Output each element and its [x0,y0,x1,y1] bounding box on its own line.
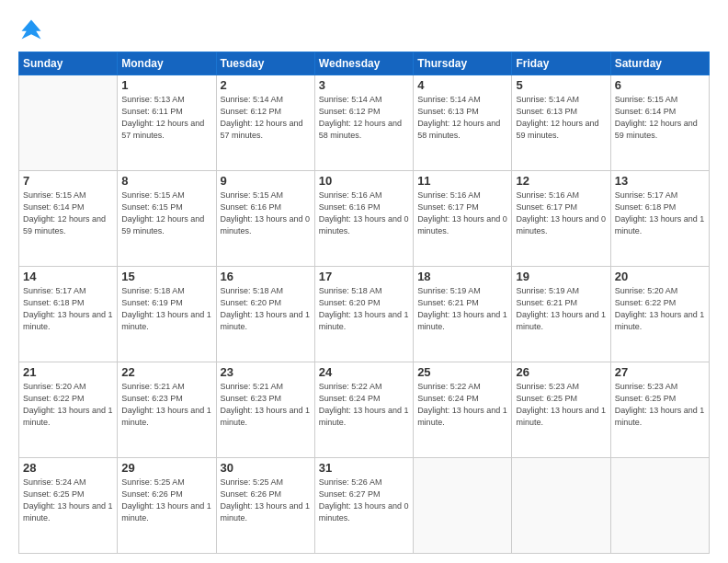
calendar-day-cell: 22Sunrise: 5:21 AMSunset: 6:23 PMDayligh… [118,362,216,458]
calendar-week-row: 14Sunrise: 5:17 AMSunset: 6:18 PMDayligh… [19,267,710,362]
day-number: 4 [417,78,507,92]
day-number: 10 [319,174,409,188]
page: SundayMondayTuesdayWednesdayThursdayFrid… [0,0,728,563]
day-info: Sunrise: 5:19 AMSunset: 6:21 PMDaylight:… [516,285,606,333]
day-number: 7 [23,174,113,188]
day-info: Sunrise: 5:20 AMSunset: 6:22 PMDaylight:… [615,285,705,333]
weekday-header: Wednesday [314,52,413,75]
calendar-day-cell: 29Sunrise: 5:25 AMSunset: 6:26 PMDayligh… [118,458,216,554]
calendar-day-cell [19,75,118,171]
day-info: Sunrise: 5:21 AMSunset: 6:23 PMDaylight:… [121,381,211,429]
calendar-day-cell: 4Sunrise: 5:14 AMSunset: 6:13 PMDaylight… [414,75,512,171]
calendar-day-cell: 14Sunrise: 5:17 AMSunset: 6:18 PMDayligh… [19,267,118,362]
calendar-day-cell: 21Sunrise: 5:20 AMSunset: 6:22 PMDayligh… [19,362,118,458]
day-info: Sunrise: 5:13 AMSunset: 6:11 PMDaylight:… [121,94,211,142]
day-number: 20 [615,270,705,283]
day-info: Sunrise: 5:15 AMSunset: 6:14 PMDaylight:… [23,190,113,237]
day-number: 14 [23,270,113,283]
weekday-header: Monday [118,52,216,75]
weekday-header: Thursday [414,52,512,75]
calendar-week-row: 1Sunrise: 5:13 AMSunset: 6:11 PMDaylight… [19,75,710,171]
svg-marker-0 [22,20,41,40]
day-info: Sunrise: 5:14 AMSunset: 6:13 PMDaylight:… [516,94,606,142]
day-number: 3 [319,78,409,92]
weekday-header: Friday [512,52,610,75]
weekday-header: Sunday [19,52,118,75]
day-number: 19 [516,270,606,283]
calendar-day-cell: 10Sunrise: 5:16 AMSunset: 6:16 PMDayligh… [314,171,413,267]
day-number: 1 [121,78,211,92]
calendar-day-cell: 16Sunrise: 5:18 AMSunset: 6:20 PMDayligh… [216,267,314,362]
calendar-day-cell: 6Sunrise: 5:15 AMSunset: 6:14 PMDaylight… [610,75,709,171]
calendar-day-cell: 30Sunrise: 5:25 AMSunset: 6:26 PMDayligh… [216,458,314,554]
day-info: Sunrise: 5:23 AMSunset: 6:25 PMDaylight:… [516,381,606,429]
calendar-day-cell: 15Sunrise: 5:18 AMSunset: 6:19 PMDayligh… [118,267,216,362]
day-number: 11 [417,174,507,188]
calendar-day-cell: 18Sunrise: 5:19 AMSunset: 6:21 PMDayligh… [414,267,512,362]
day-number: 9 [221,174,311,188]
day-info: Sunrise: 5:16 AMSunset: 6:16 PMDaylight:… [319,190,409,237]
calendar-day-cell [610,458,709,554]
day-info: Sunrise: 5:24 AMSunset: 6:25 PMDaylight:… [23,477,113,524]
day-info: Sunrise: 5:15 AMSunset: 6:15 PMDaylight:… [121,190,211,237]
day-info: Sunrise: 5:15 AMSunset: 6:14 PMDaylight:… [615,94,705,142]
day-info: Sunrise: 5:14 AMSunset: 6:12 PMDaylight:… [319,94,409,142]
day-info: Sunrise: 5:15 AMSunset: 6:16 PMDaylight:… [221,190,311,237]
calendar-day-cell: 8Sunrise: 5:15 AMSunset: 6:15 PMDaylight… [118,171,216,267]
day-number: 25 [417,365,507,379]
day-info: Sunrise: 5:20 AMSunset: 6:22 PMDaylight:… [23,381,113,429]
day-info: Sunrise: 5:18 AMSunset: 6:19 PMDaylight:… [121,285,211,333]
day-info: Sunrise: 5:22 AMSunset: 6:24 PMDaylight:… [319,381,409,429]
day-info: Sunrise: 5:14 AMSunset: 6:13 PMDaylight:… [417,94,507,142]
day-number: 30 [221,461,311,475]
header [18,17,710,42]
day-number: 6 [615,78,705,92]
calendar-day-cell: 13Sunrise: 5:17 AMSunset: 6:18 PMDayligh… [610,171,709,267]
day-info: Sunrise: 5:18 AMSunset: 6:20 PMDaylight:… [319,285,409,333]
day-number: 16 [221,270,311,283]
calendar-day-cell: 3Sunrise: 5:14 AMSunset: 6:12 PMDaylight… [314,75,413,171]
day-number: 28 [23,461,113,475]
calendar-day-cell: 26Sunrise: 5:23 AMSunset: 6:25 PMDayligh… [512,362,610,458]
day-number: 2 [221,78,311,92]
weekday-header: Saturday [610,52,709,75]
day-number: 17 [319,270,409,283]
day-number: 29 [121,461,211,475]
calendar-day-cell [414,458,512,554]
calendar-day-cell: 27Sunrise: 5:23 AMSunset: 6:25 PMDayligh… [610,362,709,458]
calendar-day-cell: 2Sunrise: 5:14 AMSunset: 6:12 PMDaylight… [216,75,314,171]
calendar-day-cell: 5Sunrise: 5:14 AMSunset: 6:13 PMDaylight… [512,75,610,171]
calendar-day-cell: 28Sunrise: 5:24 AMSunset: 6:25 PMDayligh… [19,458,118,554]
day-number: 27 [615,365,705,379]
calendar-week-row: 7Sunrise: 5:15 AMSunset: 6:14 PMDaylight… [19,171,710,267]
calendar-day-cell: 20Sunrise: 5:20 AMSunset: 6:22 PMDayligh… [610,267,709,362]
day-info: Sunrise: 5:23 AMSunset: 6:25 PMDaylight:… [615,381,705,429]
day-info: Sunrise: 5:25 AMSunset: 6:26 PMDaylight:… [121,477,211,524]
calendar-day-cell: 31Sunrise: 5:26 AMSunset: 6:27 PMDayligh… [314,458,413,554]
day-info: Sunrise: 5:26 AMSunset: 6:27 PMDaylight:… [319,477,409,524]
day-number: 5 [516,78,606,92]
day-info: Sunrise: 5:17 AMSunset: 6:18 PMDaylight:… [615,190,705,237]
day-info: Sunrise: 5:25 AMSunset: 6:26 PMDaylight:… [221,477,311,524]
day-number: 26 [516,365,606,379]
calendar-day-cell: 12Sunrise: 5:16 AMSunset: 6:17 PMDayligh… [512,171,610,267]
day-number: 13 [615,174,705,188]
logo-icon [18,17,44,42]
day-number: 21 [23,365,113,379]
day-number: 15 [121,270,211,283]
calendar-day-cell: 11Sunrise: 5:16 AMSunset: 6:17 PMDayligh… [414,171,512,267]
calendar-day-cell: 19Sunrise: 5:19 AMSunset: 6:21 PMDayligh… [512,267,610,362]
day-number: 22 [121,365,211,379]
day-number: 18 [417,270,507,283]
day-number: 8 [121,174,211,188]
day-info: Sunrise: 5:19 AMSunset: 6:21 PMDaylight:… [417,285,507,333]
calendar-day-cell [512,458,610,554]
logo [18,17,48,42]
day-info: Sunrise: 5:22 AMSunset: 6:24 PMDaylight:… [417,381,507,429]
calendar-header-row: SundayMondayTuesdayWednesdayThursdayFrid… [19,52,710,75]
day-info: Sunrise: 5:18 AMSunset: 6:20 PMDaylight:… [221,285,311,333]
calendar: SundayMondayTuesdayWednesdayThursdayFrid… [18,52,710,554]
calendar-day-cell: 17Sunrise: 5:18 AMSunset: 6:20 PMDayligh… [314,267,413,362]
calendar-day-cell: 24Sunrise: 5:22 AMSunset: 6:24 PMDayligh… [314,362,413,458]
day-info: Sunrise: 5:14 AMSunset: 6:12 PMDaylight:… [221,94,311,142]
